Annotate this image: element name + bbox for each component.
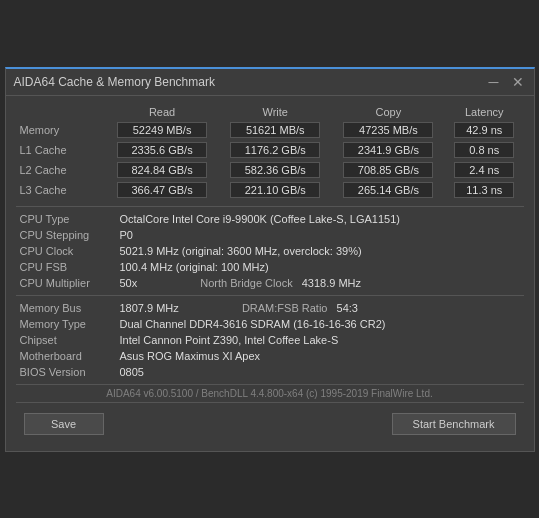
cpu-multiplier-value: 50x	[120, 277, 138, 289]
dram-fsb-label: DRAM:FSB Ratio	[242, 302, 328, 314]
l1-copy: 2341.9 GB/s	[343, 142, 433, 158]
memory-latency: 42.9 ns	[454, 122, 514, 138]
info-row: CPU Clock 5021.9 MHz (original: 3600 MHz…	[16, 243, 524, 259]
l3-copy: 265.14 GB/s	[343, 182, 433, 198]
table-row: Memory 52249 MB/s 51621 MB/s 47235 MB/s …	[16, 120, 524, 140]
col-copy: Copy	[332, 104, 445, 120]
bottom-bar: Save Start Benchmark	[16, 409, 524, 443]
window-title: AIDA64 Cache & Memory Benchmark	[14, 75, 215, 89]
cpu-fsb-label: CPU FSB	[16, 259, 116, 275]
l2-copy: 708.85 GB/s	[343, 162, 433, 178]
col-read: Read	[106, 104, 219, 120]
cpu-clock-value: 5021.9 MHz (original: 3600 MHz, overcloc…	[116, 243, 524, 259]
cpu-fsb-value: 100.4 MHz (original: 100 MHz)	[116, 259, 524, 275]
dram-fsb-inline: DRAM:FSB Ratio 54:3	[242, 302, 358, 314]
north-bridge-value: 4318.9 MHz	[302, 277, 361, 289]
cpu-clock-label: CPU Clock	[16, 243, 116, 259]
content-area: Read Write Copy Latency Memory 52249 MB/…	[6, 96, 534, 451]
l3-read: 366.47 GB/s	[117, 182, 207, 198]
memory-copy: 47235 MB/s	[343, 122, 433, 138]
memory-bus-combined: 1807.9 MHz DRAM:FSB Ratio 54:3	[116, 300, 524, 316]
info-table: CPU Type OctalCore Intel Core i9-9900K (…	[16, 211, 524, 291]
l1-latency: 0.8 ns	[454, 142, 514, 158]
col-latency: Latency	[445, 104, 524, 120]
info-row: CPU Type OctalCore Intel Core i9-9900K (…	[16, 211, 524, 227]
memory-bus-value: 1807.9 MHz	[120, 302, 179, 314]
cpu-multiplier-label: CPU Multiplier	[16, 275, 116, 291]
memory-write: 51621 MB/s	[230, 122, 320, 138]
col-label	[16, 104, 106, 120]
row-label: L1 Cache	[16, 140, 106, 160]
title-bar: AIDA64 Cache & Memory Benchmark ─ ✕	[6, 69, 534, 96]
close-button[interactable]: ✕	[510, 75, 526, 89]
info-row: Memory Type Dual Channel DDR4-3616 SDRAM…	[16, 316, 524, 332]
table-row: L3 Cache 366.47 GB/s 221.10 GB/s 265.14 …	[16, 180, 524, 200]
motherboard-value: Asus ROG Maximus XI Apex	[116, 348, 524, 364]
chipset-value: Intel Cannon Point Z390, Intel Coffee La…	[116, 332, 524, 348]
chipset-label: Chipset	[16, 332, 116, 348]
row-label: L2 Cache	[16, 160, 106, 180]
l2-read: 824.84 GB/s	[117, 162, 207, 178]
info-row: Chipset Intel Cannon Point Z390, Intel C…	[16, 332, 524, 348]
memory-info-table: Memory Bus 1807.9 MHz DRAM:FSB Ratio 54:…	[16, 300, 524, 380]
l1-read: 2335.6 GB/s	[117, 142, 207, 158]
motherboard-label: Motherboard	[16, 348, 116, 364]
l3-latency: 11.3 ns	[454, 182, 514, 198]
start-benchmark-button[interactable]: Start Benchmark	[392, 413, 516, 435]
cpu-type-value: OctalCore Intel Core i9-9900K (Coffee La…	[116, 211, 524, 227]
divider-1	[16, 206, 524, 207]
memory-read: 52249 MB/s	[117, 122, 207, 138]
minimize-button[interactable]: ─	[486, 75, 502, 89]
memory-type-label: Memory Type	[16, 316, 116, 332]
memory-type-value: Dual Channel DDR4-3616 SDRAM (16-16-16-3…	[116, 316, 524, 332]
info-row: CPU Stepping P0	[16, 227, 524, 243]
info-row: CPU FSB 100.4 MHz (original: 100 MHz)	[16, 259, 524, 275]
bios-label: BIOS Version	[16, 364, 116, 380]
memory-bus-label: Memory Bus	[16, 300, 116, 316]
save-button[interactable]: Save	[24, 413, 104, 435]
dram-fsb-value: 54:3	[337, 302, 358, 314]
l2-write: 582.36 GB/s	[230, 162, 320, 178]
bios-value: 0805	[116, 364, 524, 380]
l3-write: 221.10 GB/s	[230, 182, 320, 198]
table-row: L1 Cache 2335.6 GB/s 1176.2 GB/s 2341.9 …	[16, 140, 524, 160]
col-write: Write	[219, 104, 332, 120]
cpu-stepping-value: P0	[116, 227, 524, 243]
cpu-multiplier-combined: 50x North Bridge Clock 4318.9 MHz	[116, 275, 524, 291]
table-row: L2 Cache 824.84 GB/s 582.36 GB/s 708.85 …	[16, 160, 524, 180]
row-label: Memory	[16, 120, 106, 140]
info-row: Motherboard Asus ROG Maximus XI Apex	[16, 348, 524, 364]
benchmark-table: Read Write Copy Latency Memory 52249 MB/…	[16, 104, 524, 200]
info-row: BIOS Version 0805	[16, 364, 524, 380]
l1-write: 1176.2 GB/s	[230, 142, 320, 158]
divider-2	[16, 295, 524, 296]
l2-latency: 2.4 ns	[454, 162, 514, 178]
title-controls: ─ ✕	[486, 75, 526, 89]
info-row: Memory Bus 1807.9 MHz DRAM:FSB Ratio 54:…	[16, 300, 524, 316]
row-label: L3 Cache	[16, 180, 106, 200]
cpu-stepping-label: CPU Stepping	[16, 227, 116, 243]
footer-text: AIDA64 v6.00.5100 / BenchDLL 4.4.800-x64…	[16, 384, 524, 403]
north-bridge-inline: North Bridge Clock 4318.9 MHz	[200, 277, 361, 289]
cpu-type-label: CPU Type	[16, 211, 116, 227]
north-bridge-label: North Bridge Clock	[200, 277, 292, 289]
main-window: AIDA64 Cache & Memory Benchmark ─ ✕ Read…	[5, 67, 535, 452]
info-row: CPU Multiplier 50x North Bridge Clock 43…	[16, 275, 524, 291]
